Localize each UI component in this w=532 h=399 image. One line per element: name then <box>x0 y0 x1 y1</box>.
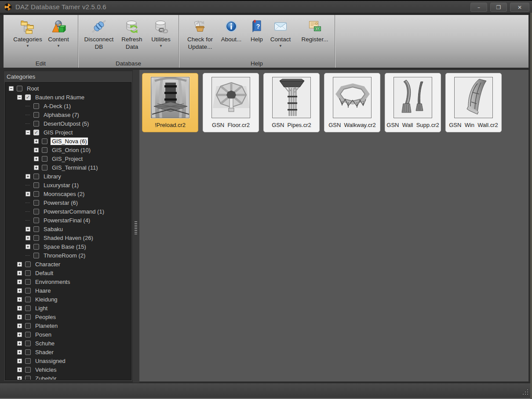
help-button[interactable]: ?Help <box>247 15 267 43</box>
tree-item-label[interactable]: Light <box>34 305 49 312</box>
expand-icon[interactable] <box>34 139 39 144</box>
expand-icon[interactable] <box>17 359 22 363</box>
file-card[interactable]: !Preload.cr2 <box>142 73 198 132</box>
expand-icon[interactable] <box>26 174 30 179</box>
expand-icon[interactable] <box>17 271 22 276</box>
expand-icon[interactable] <box>34 156 39 161</box>
file-card[interactable]: GSN Wall Supp.cr2 <box>385 73 441 132</box>
splitter-grip-icon[interactable] <box>135 221 137 235</box>
content-button[interactable]: Content▼ <box>46 15 71 48</box>
expand-icon[interactable] <box>26 236 30 240</box>
expand-icon[interactable] <box>17 367 22 372</box>
tree-checkbox[interactable] <box>33 253 39 258</box>
tree-item[interactable]: Sabaku <box>5 225 131 233</box>
tree-item-label[interactable]: Shader <box>34 348 55 356</box>
tree-item[interactable]: Environments <box>5 277 131 286</box>
expand-icon[interactable] <box>17 376 22 381</box>
tree-checkbox[interactable] <box>42 165 47 170</box>
tree-item[interactable]: GIS_Nova (6) <box>5 137 131 145</box>
tree-item[interactable]: ThroneRoom (2) <box>5 251 131 260</box>
tree-checkbox[interactable] <box>33 218 39 223</box>
tree-checkbox[interactable] <box>25 261 31 267</box>
tree-checkbox[interactable] <box>25 314 31 320</box>
tree-checkbox[interactable] <box>25 367 31 373</box>
tree-item[interactable]: DesertOutpost (5) <box>5 119 131 128</box>
expand-icon[interactable] <box>26 244 30 249</box>
tree-item-label[interactable]: Powerstar (6) <box>42 199 79 207</box>
file-card[interactable]: GSN Walkway.cr2 <box>324 73 380 132</box>
tree-item[interactable]: Alphabase (7) <box>5 110 131 119</box>
tree-item[interactable]: Shaded Haven (26) <box>5 233 131 242</box>
refresh-data-button[interactable]: RefreshData <box>116 15 148 51</box>
tree-checkbox[interactable] <box>33 200 39 206</box>
tree-item[interactable]: GIS Project <box>5 128 131 137</box>
tree-item[interactable]: Kleidung <box>5 295 131 304</box>
tree-item[interactable]: GIS_Project <box>5 154 131 163</box>
expand-icon[interactable] <box>17 279 22 284</box>
tree-item-label[interactable]: Planeten <box>34 322 59 330</box>
tree-checkbox[interactable] <box>25 323 31 329</box>
tree-checkbox[interactable] <box>25 305 31 311</box>
tree-item[interactable]: A-Deck (1) <box>5 102 131 110</box>
tree-item-label[interactable]: DesertOutpost (5) <box>42 120 90 127</box>
tree-item[interactable]: Light <box>5 304 131 312</box>
tree-checkbox[interactable] <box>42 156 47 162</box>
tree-item-label[interactable]: GIS Project <box>42 129 74 136</box>
tree-item-label[interactable]: Unassigned <box>34 357 67 365</box>
tree-item[interactable]: GIS_Orion (10) <box>5 145 131 154</box>
tree-checkbox[interactable] <box>42 138 47 144</box>
expand-icon[interactable] <box>17 350 22 355</box>
panel-splitter[interactable] <box>133 70 139 383</box>
tree-item-label[interactable]: GIS_Orion (10) <box>51 146 92 154</box>
tree-checkbox[interactable] <box>33 182 39 188</box>
tree-item[interactable]: Posen <box>5 330 131 339</box>
tree-item-label[interactable]: Haare <box>34 287 52 294</box>
tree-checkbox[interactable] <box>25 332 31 337</box>
expand-icon[interactable] <box>17 332 22 337</box>
contact-button[interactable]: Contact▼ <box>267 15 294 48</box>
collapse-icon[interactable] <box>26 130 30 135</box>
tree-item[interactable]: Bauten und Räume <box>5 93 131 102</box>
tree-checkbox[interactable] <box>25 270 31 276</box>
maximize-button[interactable]: ❐ <box>490 3 507 12</box>
tree-item[interactable]: Peoples <box>5 312 131 321</box>
tree-item[interactable]: Haare <box>5 286 131 295</box>
tree-item-label[interactable]: Alphabase (7) <box>42 111 80 119</box>
tree-checkbox[interactable] <box>25 341 31 346</box>
tree-checkbox[interactable] <box>33 121 39 127</box>
tree-checkbox[interactable] <box>25 94 31 100</box>
file-card[interactable]: GSN Pipes.cr2 <box>263 73 320 132</box>
close-button[interactable]: ✕ <box>510 3 529 12</box>
tree-checkbox[interactable] <box>33 191 39 197</box>
expand-icon[interactable] <box>17 306 22 311</box>
tree-item-label[interactable]: ThroneRoom (2) <box>42 252 87 259</box>
tree-item[interactable]: Unassigned <box>5 356 131 365</box>
tree-checkbox[interactable] <box>33 244 39 250</box>
tree-item[interactable]: PowerstarFinal (4) <box>5 216 131 225</box>
tree-checkbox[interactable] <box>25 288 31 294</box>
collapse-icon[interactable] <box>9 86 14 91</box>
tree-checkbox[interactable] <box>17 86 22 91</box>
tree-item-label[interactable]: Zubehör <box>34 375 58 381</box>
expand-icon[interactable] <box>34 165 39 170</box>
expand-icon[interactable] <box>26 192 30 196</box>
tree-item[interactable]: Vehicles <box>5 365 131 374</box>
tree-item[interactable]: Moonscapes (2) <box>5 189 131 198</box>
expand-icon[interactable] <box>17 297 22 302</box>
expand-icon[interactable] <box>34 148 39 152</box>
tree-item[interactable]: Zubehör <box>5 374 131 380</box>
expand-icon[interactable] <box>17 262 22 267</box>
tree-item-label[interactable]: Default <box>34 269 55 277</box>
register-button[interactable]: $Register... <box>299 15 330 43</box>
tree-item[interactable]: Space Base (15) <box>5 242 131 251</box>
tree-item-label[interactable]: Space Base (15) <box>42 243 87 250</box>
tree-checkbox[interactable] <box>33 130 39 135</box>
tree-item-label[interactable]: Kleidung <box>34 296 59 303</box>
tree-item-label[interactable]: Root <box>26 85 40 92</box>
tree-item[interactable]: Character <box>5 260 131 268</box>
tree-item[interactable]: Shader <box>5 348 131 356</box>
tree-item-label[interactable]: Shaded Haven (26) <box>42 234 95 242</box>
tree-item-label[interactable]: Sabaku <box>42 225 64 233</box>
tree-checkbox[interactable] <box>33 235 39 241</box>
about-button[interactable]: About... <box>219 15 244 43</box>
